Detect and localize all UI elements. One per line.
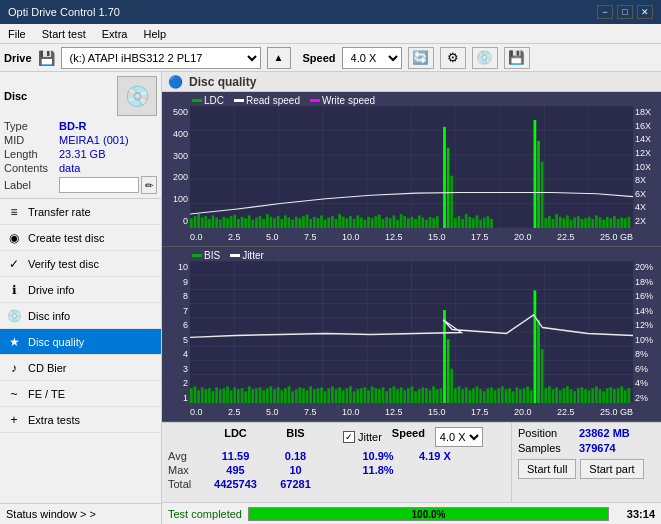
svg-rect-156 — [223, 388, 226, 403]
save-icon[interactable]: 💾 — [504, 47, 530, 69]
progress-bar-area: Test completed 100.0% 33:14 — [162, 502, 661, 524]
svg-rect-70 — [385, 217, 388, 228]
svg-rect-186 — [331, 386, 334, 403]
sidebar-item-verify-test-disc[interactable]: ✓ Verify test disc — [0, 251, 161, 277]
sidebar-item-fe-te[interactable]: ~ FE / TE — [0, 381, 161, 407]
status-window-button[interactable]: Status window > > — [0, 503, 161, 524]
avg-bis: 0.18 — [268, 450, 323, 462]
contents-value: data — [59, 162, 80, 174]
speed-display-select[interactable]: 4.0 X — [435, 427, 483, 447]
svg-rect-64 — [364, 220, 367, 228]
svg-rect-41 — [280, 219, 283, 228]
menu-help[interactable]: Help — [139, 27, 170, 41]
svg-rect-35 — [259, 216, 262, 228]
sidebar-item-cd-bier[interactable]: ♪ CD Bier — [0, 355, 161, 381]
svg-rect-239 — [523, 388, 526, 403]
speed-select[interactable]: 4.0 X — [342, 47, 402, 69]
bottom-chart: BIS Jitter 10 9 8 7 6 5 4 3 — [162, 247, 661, 422]
svg-rect-149 — [197, 390, 200, 403]
svg-rect-196 — [367, 390, 370, 403]
stats-headers: LDC BIS ✓ Jitter Speed 4.0 X — [168, 427, 505, 447]
svg-rect-193 — [356, 389, 359, 403]
svg-rect-43 — [288, 218, 291, 228]
svg-rect-259 — [595, 386, 598, 403]
svg-rect-234 — [505, 389, 508, 403]
settings-icon[interactable]: ⚙ — [440, 47, 466, 69]
sidebar-item-drive-info[interactable]: ℹ Drive info — [0, 277, 161, 303]
minimize-button[interactable]: − — [597, 5, 613, 19]
drive-bar: Drive 💾 (k:) ATAPI iHBS312 2 PL17 ▲ Spee… — [0, 44, 661, 72]
svg-rect-195 — [364, 387, 367, 403]
jitter-checkbox[interactable]: ✓ — [343, 431, 355, 443]
disc-length-row: Length 23.31 GB — [4, 148, 157, 160]
svg-rect-86 — [447, 148, 450, 228]
svg-rect-233 — [501, 386, 504, 403]
charts-area: LDC Read speed Write speed 500 400 300 — [162, 92, 661, 422]
svg-rect-104 — [552, 219, 555, 228]
drive-select[interactable]: (k:) ATAPI iHBS312 2 PL17 — [61, 47, 261, 69]
close-button[interactable]: ✕ — [637, 5, 653, 19]
disc-contents-row: Contents data — [4, 162, 157, 174]
bottom-chart-y-left: 10 9 8 7 6 5 4 3 2 1 — [162, 262, 190, 403]
svg-rect-105 — [555, 214, 558, 228]
maximize-button[interactable]: □ — [617, 5, 633, 19]
svg-rect-150 — [201, 387, 204, 403]
svg-rect-198 — [374, 388, 377, 403]
svg-rect-77 — [411, 217, 414, 228]
right-panel: 🔵 Disc quality LDC Read speed — [162, 72, 661, 524]
svg-rect-169 — [270, 386, 273, 403]
svg-rect-33 — [251, 220, 254, 228]
svg-rect-212 — [425, 388, 428, 403]
sidebar-item-extra-tests[interactable]: + Extra tests — [0, 407, 161, 433]
drive-icon: 💾 — [38, 50, 55, 66]
top-chart-y-left: 500 400 300 200 100 0 — [162, 107, 190, 226]
svg-rect-173 — [284, 388, 287, 403]
sidebar-item-disc-quality[interactable]: ★ Disc quality — [0, 329, 161, 355]
start-part-button[interactable]: Start part — [580, 459, 643, 479]
nav-section: ≡ Transfer rate ◉ Create test disc ✓ Ver… — [0, 199, 161, 503]
menu-start-test[interactable]: Start test — [38, 27, 90, 41]
svg-rect-89 — [458, 216, 461, 228]
label-edit-button[interactable]: ✏ — [141, 176, 157, 194]
progress-text: 100.0% — [249, 508, 608, 521]
svg-rect-74 — [400, 214, 403, 228]
svg-rect-96 — [483, 218, 486, 228]
svg-rect-208 — [411, 386, 414, 403]
svg-rect-66 — [371, 218, 374, 228]
svg-rect-47 — [302, 216, 305, 228]
sidebar-item-disc-info[interactable]: 💿 Disc info — [0, 303, 161, 329]
position-label: Position — [518, 427, 573, 439]
svg-rect-28 — [233, 215, 236, 228]
svg-rect-16 — [190, 218, 193, 228]
svg-rect-107 — [562, 218, 565, 228]
label-input[interactable] — [59, 177, 139, 193]
svg-rect-218 — [447, 339, 450, 403]
refresh-icon[interactable]: 🔄 — [408, 47, 434, 69]
svg-rect-60 — [349, 216, 352, 228]
sidebar-item-create-test-disc[interactable]: ◉ Create test disc — [0, 225, 161, 251]
bis-legend: BIS — [192, 250, 220, 261]
svg-rect-167 — [262, 390, 265, 403]
avg-row: Avg 11.59 0.18 10.9% 4.19 X — [168, 450, 505, 462]
bottom-chart-x-axis: 0.0 2.5 5.0 7.5 10.0 12.5 15.0 17.5 20.0… — [190, 407, 633, 417]
sidebar-item-transfer-rate[interactable]: ≡ Transfer rate — [0, 199, 161, 225]
svg-rect-267 — [624, 390, 627, 403]
svg-rect-120 — [609, 218, 612, 228]
svg-rect-245 — [544, 388, 547, 403]
disc-erase-icon[interactable]: 💿 — [472, 47, 498, 69]
svg-rect-211 — [421, 387, 424, 403]
svg-rect-62 — [356, 215, 359, 228]
menu-file[interactable]: File — [4, 27, 30, 41]
eject-button[interactable]: ▲ — [267, 47, 291, 69]
contents-label: Contents — [4, 162, 59, 174]
start-full-button[interactable]: Start full — [518, 459, 576, 479]
svg-rect-20 — [204, 216, 207, 228]
svg-rect-56 — [335, 219, 338, 228]
bottom-chart-svg — [190, 261, 633, 403]
svg-rect-241 — [530, 390, 533, 403]
mid-value: MEIRA1 (001) — [59, 134, 129, 146]
svg-rect-227 — [479, 389, 482, 403]
menu-extra[interactable]: Extra — [98, 27, 132, 41]
svg-rect-109 — [570, 220, 573, 228]
svg-rect-191 — [349, 386, 352, 403]
